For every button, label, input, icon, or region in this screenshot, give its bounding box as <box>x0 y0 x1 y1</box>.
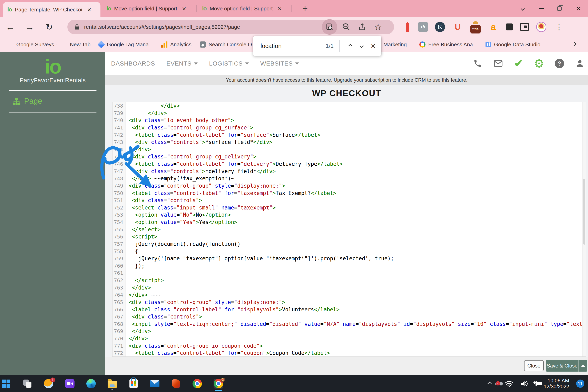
code-line[interactable]: 770</div> <box>112 335 586 342</box>
code-line[interactable]: 756 <script> <box>112 233 586 240</box>
bookmark-item[interactable]: New Tab <box>70 42 91 48</box>
save-and-close-button[interactable]: Save & Close <box>546 360 588 372</box>
start-icon[interactable] <box>1 379 11 388</box>
wifi-icon[interactable] <box>505 380 514 387</box>
menu-dots-icon[interactable]: ⋮ <box>553 21 565 33</box>
code-line[interactable]: 758 { <box>112 248 586 255</box>
code-line[interactable]: 746 <label class="control-label" for="de… <box>112 160 586 168</box>
clock[interactable]: 10:06 AM 12/30/2022 <box>544 378 569 390</box>
code-line[interactable]: 739 </div> <box>112 110 586 117</box>
bookmark-item[interactable]: Google Surveys -... <box>7 42 62 48</box>
sidebar-item-page[interactable]: Page <box>12 97 105 106</box>
chrome-icon[interactable] <box>192 379 202 388</box>
find-bar[interactable]: location 1/1 × <box>253 36 382 56</box>
code-line[interactable]: 771<div class="control-group io_coupon_c… <box>112 342 586 350</box>
bookmarks-overflow-chevron-icon[interactable] <box>572 42 576 46</box>
title-icon[interactable]: title <box>470 25 480 34</box>
close-window-button[interactable]: × <box>573 3 584 14</box>
gear-icon[interactable]: ⚙ <box>534 57 544 70</box>
code-line[interactable]: 755 </select> <box>112 226 586 233</box>
notification-badge[interactable]: 11 <box>576 380 584 388</box>
tab-active[interactable]: io Page Template: WP Checkout | × <box>3 2 100 17</box>
minimize-button[interactable] <box>536 3 547 14</box>
code-line[interactable]: 747 <div class="controls">*delivery_fiel… <box>112 168 586 175</box>
profile-icon[interactable] <box>574 57 585 70</box>
bookmark-star-icon[interactable]: ☆ <box>370 19 386 35</box>
scrollbar-thumb[interactable] <box>583 179 585 245</box>
code-line[interactable]: 752 <select class="input-small" name="ta… <box>112 204 586 212</box>
find-close-icon[interactable]: × <box>368 40 379 52</box>
tab-close-icon[interactable]: × <box>182 5 186 13</box>
code-line[interactable]: 766 <label class="control-label" for="di… <box>112 306 586 314</box>
code-line[interactable]: 749<div class="control-group" style="dis… <box>112 182 586 190</box>
code-line[interactable]: 765<div class="control-group" style="dis… <box>112 299 586 306</box>
amazon-icon[interactable]: a <box>488 21 499 33</box>
code-editor[interactable]: 738 </div>739 </div>740<div class="io_ev… <box>112 102 586 357</box>
check-icon[interactable]: ✔ <box>513 57 524 70</box>
nav-dashboards[interactable]: DASHBOARDS <box>111 60 155 67</box>
forward-icon[interactable]: → <box>22 17 37 37</box>
find-previous-icon[interactable] <box>345 40 356 52</box>
store-icon[interactable] <box>128 379 138 388</box>
restore-button[interactable] <box>554 3 565 14</box>
code-line[interactable]: 757 jQuery(document).ready(function() <box>112 240 586 248</box>
code-line[interactable]: 767 <div class="controls"> <box>112 313 586 320</box>
code-line[interactable]: 763 </div> <box>112 284 586 292</box>
tab[interactable]: io Move option field | Support × <box>198 0 290 17</box>
chat-icon[interactable] <box>65 379 75 388</box>
bookmark-item[interactable]: Analytics <box>161 42 192 48</box>
help-icon[interactable]: ? <box>554 57 565 70</box>
task-view-icon[interactable] <box>22 379 32 388</box>
ubersuggest-icon[interactable]: U <box>452 21 464 33</box>
code-line[interactable]: 768 <input style="text-align:center;" di… <box>112 320 586 328</box>
code-line[interactable]: 748 </div> ~~empty(*tax_exemption*)~ <box>112 175 586 182</box>
partyfavor-icon[interactable] <box>536 22 546 32</box>
code-line[interactable]: 761 <box>112 270 586 277</box>
tagassistant-icon[interactable]: tb <box>418 22 428 32</box>
reload-icon[interactable]: ↻ <box>42 17 56 37</box>
bookmark-item[interactable]: Google Data Studio <box>486 42 540 48</box>
editor-scrollbar[interactable] <box>582 102 586 356</box>
code-line[interactable]: 762 </script> <box>112 277 586 284</box>
extensions-puzzle-icon[interactable] <box>506 24 513 30</box>
code-line[interactable]: 760 }); <box>112 262 586 270</box>
code-line[interactable]: 742 <label class="control-label" for="su… <box>112 132 586 139</box>
tab[interactable]: io Move option field | Support × <box>102 0 195 17</box>
chrome-active-icon[interactable] <box>214 379 223 388</box>
mail-app-icon[interactable] <box>150 379 160 388</box>
keywords-icon[interactable]: K <box>435 22 445 32</box>
battery-icon[interactable] <box>536 382 537 386</box>
code-line[interactable]: 744 </div> <box>112 146 586 153</box>
side-panel-icon[interactable] <box>520 23 529 31</box>
code-line[interactable]: 764</div> ~~~ <box>112 291 586 299</box>
zoom-out-icon[interactable] <box>338 19 354 35</box>
new-tab-button[interactable]: + <box>300 3 310 14</box>
find-input[interactable]: location <box>260 42 282 50</box>
file-explorer-icon[interactable] <box>108 379 117 388</box>
find-next-icon[interactable] <box>356 40 368 52</box>
tray-chevron-up-icon[interactable] <box>488 382 492 386</box>
lighthouse-icon[interactable] <box>404 22 411 32</box>
code-line[interactable]: 759 jQuery('[name="taxexempt"] option[va… <box>112 255 586 262</box>
office-icon[interactable] <box>171 379 181 388</box>
edge-icon[interactable] <box>86 379 96 388</box>
tab-close-icon[interactable]: × <box>87 6 91 14</box>
code-line[interactable]: 753 <option value="No">No</option> <box>112 211 586 219</box>
bookmark-item[interactable]: Marketing... <box>384 42 411 48</box>
back-icon[interactable]: ← <box>3 17 18 37</box>
nav-events[interactable]: EVENTS <box>166 60 198 67</box>
code-line[interactable]: 738 </div> <box>112 102 586 110</box>
close-button[interactable]: Close <box>524 360 544 371</box>
volume-icon[interactable] <box>520 380 528 387</box>
tab-close-icon[interactable]: × <box>278 5 282 13</box>
save-options-caret[interactable] <box>578 360 588 372</box>
phone-icon[interactable] <box>472 57 483 70</box>
find-in-page-icon[interactable] <box>322 19 337 35</box>
nav-websites[interactable]: WEBSITES <box>260 60 299 67</box>
code-line[interactable]: 745 <div class="control-group cg_deliver… <box>112 153 586 160</box>
code-line[interactable]: 769 </div> <box>112 328 586 335</box>
code-line[interactable]: 741 <div class="control-group cg_surface… <box>112 124 586 132</box>
code-line[interactable]: 750 <label class="control-label" for="ta… <box>112 190 586 197</box>
code-line[interactable]: 754 <option value="Yes">Yes</option> <box>112 219 586 226</box>
code-line[interactable]: 743 <div class="controls">*surface_field… <box>112 139 586 146</box>
